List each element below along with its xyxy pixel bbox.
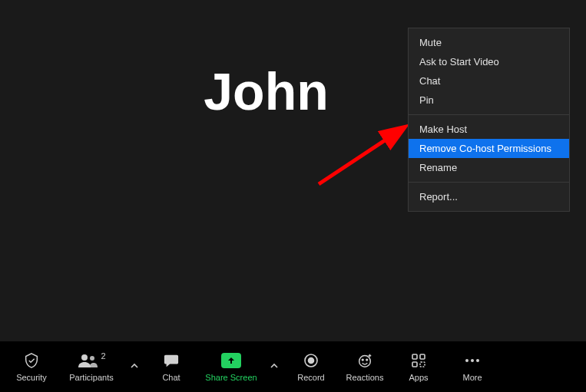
chat-icon	[163, 351, 180, 370]
svg-point-17	[476, 359, 479, 362]
chat-button[interactable]: Chat	[146, 345, 197, 388]
security-button[interactable]: Security	[6, 345, 57, 388]
menu-item-pin[interactable]: Pin	[409, 91, 569, 110]
svg-rect-11	[412, 354, 417, 359]
share-screen-icon	[221, 351, 241, 370]
record-label: Record	[297, 373, 324, 382]
svg-point-8	[366, 359, 368, 361]
svg-rect-12	[420, 354, 425, 359]
menu-item-ask-start-video[interactable]: Ask to Start Video	[409, 52, 569, 71]
share-chevron-icon[interactable]	[266, 356, 283, 377]
participants-icon: 2	[77, 351, 105, 370]
menu-item-report[interactable]: Report...	[409, 187, 569, 206]
share-screen-label: Share Screen	[205, 373, 257, 382]
svg-point-15	[465, 359, 468, 362]
svg-point-5	[309, 358, 314, 364]
participants-chevron-icon[interactable]	[126, 356, 143, 377]
participant-context-menu: Mute Ask to Start Video Chat Pin Make Ho…	[408, 28, 570, 212]
svg-point-7	[362, 359, 363, 361]
svg-rect-14	[420, 362, 425, 367]
svg-point-2	[81, 354, 88, 361]
participant-display-name: John	[204, 61, 328, 121]
svg-point-3	[90, 356, 94, 361]
more-button[interactable]: More	[447, 345, 498, 388]
shield-icon	[23, 351, 40, 370]
participants-button[interactable]: 2 Participants	[60, 345, 123, 388]
security-label: Security	[16, 373, 47, 382]
reactions-button[interactable]: Reactions	[339, 345, 390, 388]
share-screen-button[interactable]: Share Screen	[200, 345, 263, 388]
more-label: More	[462, 373, 482, 382]
meeting-toolbar: Security 2 Participants	[0, 341, 586, 392]
menu-item-chat[interactable]: Chat	[409, 71, 569, 91]
svg-point-16	[471, 359, 474, 362]
apps-button[interactable]: Apps	[393, 345, 444, 388]
menu-item-remove-cohost[interactable]: Remove Co-host Permissions	[409, 139, 569, 158]
reactions-label: Reactions	[346, 373, 384, 382]
apps-label: Apps	[409, 373, 428, 382]
record-button[interactable]: Record	[286, 345, 336, 388]
participants-count: 2	[101, 351, 105, 361]
menu-item-rename[interactable]: Rename	[409, 158, 569, 177]
svg-point-6	[359, 356, 371, 367]
record-icon	[303, 351, 319, 370]
menu-item-mute[interactable]: Mute	[409, 33, 569, 52]
apps-icon	[411, 351, 426, 370]
more-icon	[464, 351, 481, 370]
reactions-icon	[356, 351, 373, 370]
menu-item-make-host[interactable]: Make Host	[409, 120, 569, 139]
chat-label: Chat	[162, 373, 180, 382]
participants-label: Participants	[69, 373, 113, 382]
svg-rect-13	[412, 362, 417, 367]
